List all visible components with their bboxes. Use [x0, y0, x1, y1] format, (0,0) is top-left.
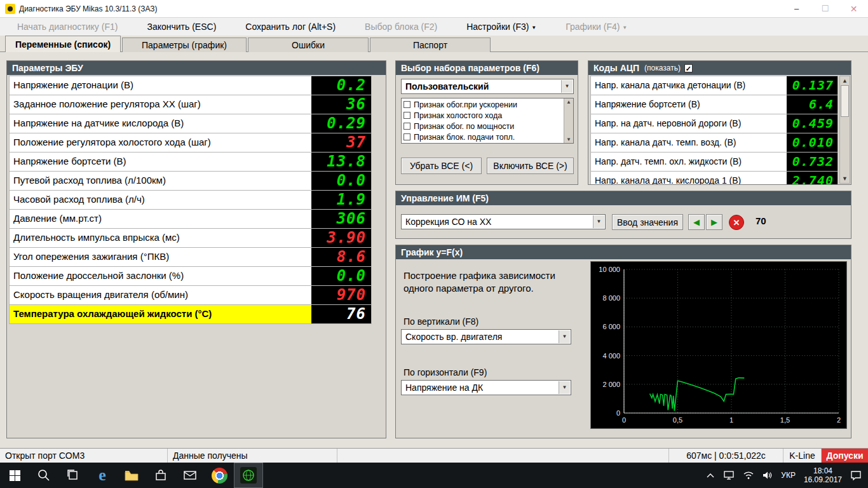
ecu-param-row[interactable]: Путевой расход топлива (л/100км)0.0: [9, 172, 372, 191]
folder-icon: [125, 470, 139, 481]
wifi-icon[interactable]: [743, 471, 754, 480]
chevron-down-icon[interactable]: ▼: [561, 80, 573, 93]
param-option-row[interactable]: Признак холостого хода: [402, 110, 564, 121]
task-view-button[interactable]: [58, 463, 88, 488]
window-title: Диагностика ЭБУ Mikas 10.3/11.3 (ЗАЗ): [19, 4, 158, 13]
xy-chart-svg: 02 0004 0006 0008 00010 00000,511,52: [591, 262, 848, 430]
im-control-panel: Управление ИМ (F5) Коррекция СО на ХХ ▼ …: [395, 191, 851, 239]
horizontal-axis-select[interactable]: Напряжение на ДК ▼: [401, 380, 571, 395]
checkbox-icon[interactable]: [403, 101, 410, 108]
tab-2[interactable]: Параметры (график): [122, 37, 247, 52]
svg-text:2: 2: [837, 416, 841, 424]
adc-row[interactable]: Напр. канала датчика детонации (В)0.137: [590, 76, 838, 95]
chevron-down-icon[interactable]: ▼: [593, 215, 604, 228]
tray-expand-icon[interactable]: [706, 472, 715, 478]
edge-icon: e: [98, 467, 106, 484]
menu-item-3[interactable]: Сохранить лог (Alt+S): [231, 22, 350, 32]
checkbox-icon[interactable]: [403, 133, 410, 140]
ecu-param-row[interactable]: Угол опережения зажигания (°ПКВ)8.6: [9, 248, 372, 267]
adc-row[interactable]: Напряжение бортсети (В)6.4: [590, 95, 838, 114]
ecu-param-value: 0.0: [311, 172, 371, 190]
ecu-param-row[interactable]: Напряжение на датчике кислорода (В)0.29: [9, 114, 372, 133]
close-button[interactable]: ✕: [839, 0, 868, 18]
ecu-param-row[interactable]: Положение регулятора холостого хода (шаг…: [9, 133, 372, 152]
action-center-icon[interactable]: [850, 470, 862, 480]
tab-4[interactable]: Паспорт: [370, 37, 491, 52]
chevron-down-icon[interactable]: ▼: [559, 330, 570, 343]
ecu-param-row[interactable]: Заданное положение регулятора ХХ (шаг)36: [9, 95, 372, 114]
ecu-param-row[interactable]: Часовой расход топлива (л/ч)1.9: [9, 191, 372, 210]
adc-row[interactable]: Напр. датч. темп. охл. жидкости (В)0.732: [590, 152, 838, 172]
increase-button[interactable]: ▶: [706, 214, 722, 230]
start-button[interactable]: [0, 463, 29, 488]
param-set-header: Выбор набора параметров (F6): [396, 61, 578, 75]
checkbox-icon[interactable]: [403, 112, 410, 119]
file-explorer-button[interactable]: [117, 463, 146, 488]
scroll-down-icon[interactable]: ▼: [564, 137, 573, 142]
xy-chart: 02 0004 0006 0008 00010 00000,511,52: [590, 261, 847, 429]
adc-codes-panel: Коды АЦП (показать) ✓ Напр. канала датчи…: [588, 60, 851, 185]
ecu-param-row[interactable]: Давление (мм.рт.ст)306: [9, 210, 372, 229]
adc-show-checkbox[interactable]: ✓: [684, 64, 693, 72]
mail-icon: [184, 470, 196, 480]
adc-row[interactable]: Напр. канала датч. кислорода 1 (В)2.740: [590, 172, 838, 185]
remove-all-button[interactable]: Убрать ВСЕ (<): [401, 158, 482, 174]
adc-value: 0.732: [787, 152, 837, 171]
param-option-row[interactable]: Признак обог.при ускорении: [402, 99, 564, 110]
param-option-row[interactable]: Признак блок. подачи топл.: [402, 132, 564, 142]
im-control-select[interactable]: Коррекция СО на ХХ ▼: [401, 214, 606, 229]
mikas-app-icon: [240, 467, 257, 484]
clock[interactable]: 18:04 16.09.2017: [804, 466, 842, 484]
adc-scrollbar[interactable]: ▲ ▼: [839, 76, 850, 184]
chrome-button[interactable]: [205, 463, 234, 488]
checkbox-icon[interactable]: [403, 123, 410, 130]
menu-item-2[interactable]: Закончить (ESC): [132, 22, 231, 32]
adc-label: Напряжение бортсети (В): [591, 95, 787, 114]
tab-3[interactable]: Ошибки: [248, 37, 369, 52]
chevron-down-icon[interactable]: ▼: [559, 381, 570, 394]
scrollbar-thumb[interactable]: [841, 85, 849, 117]
add-all-button[interactable]: Включить ВСЕ (>): [487, 158, 574, 174]
adc-title: Коды АЦП: [593, 61, 639, 75]
listbox-scrollbar[interactable]: ▲ ▼: [564, 98, 573, 143]
ecu-param-value: 36: [311, 95, 371, 114]
menu-item-5[interactable]: Настройки (F3) ▼: [452, 22, 551, 32]
param-set-options: Признак обог.при ускоренииПризнак холост…: [402, 99, 564, 142]
adc-row[interactable]: Напр. канала датч. темп. возд. (В)0.010: [590, 133, 838, 152]
scroll-up-icon[interactable]: ▲: [840, 78, 850, 84]
stop-button[interactable]: ✕: [729, 215, 744, 230]
system-tray: УКР 18:04 16.09.2017: [706, 463, 868, 488]
param-set-select[interactable]: Пользовательский ▼: [401, 79, 574, 94]
ecu-params-header: Параметры ЭБУ: [7, 61, 386, 75]
mail-button[interactable]: [175, 463, 205, 488]
ecu-param-row[interactable]: Длительность импульса впрыска (мс)3.90: [9, 229, 372, 248]
volume-icon[interactable]: [763, 471, 773, 480]
vertical-axis-select[interactable]: Скорость вр. двигателя ▼: [401, 329, 571, 344]
ecu-param-row[interactable]: Напряжение бортсети (В)13.8: [9, 152, 372, 172]
param-set-listbox[interactable]: Признак обог.при ускоренииПризнак холост…: [401, 98, 574, 144]
tab-1[interactable]: Переменные (список): [5, 36, 121, 52]
scroll-up-icon[interactable]: ▲: [564, 99, 573, 105]
enter-value-button[interactable]: Ввод значения: [612, 214, 683, 230]
windows-logo-icon: [10, 470, 20, 481]
language-indicator[interactable]: УКР: [781, 471, 796, 480]
ecu-param-row[interactable]: Температура охлаждающей жидкости (°С)76: [9, 305, 372, 324]
status-tolerances-badge[interactable]: Допуски: [821, 449, 868, 463]
param-option-row[interactable]: Признак обог. по мощности: [402, 121, 564, 132]
ecu-param-row[interactable]: Положение дроссельной заслонки (%)0.0: [9, 267, 372, 286]
scroll-down-icon[interactable]: ▼: [840, 175, 850, 182]
maximize-button[interactable]: ☐: [811, 0, 839, 18]
ecu-param-value: 306: [311, 210, 371, 228]
ecu-param-row[interactable]: Скорость вращения двигателя (об/мин)970: [9, 286, 372, 305]
adc-row[interactable]: Напр. на датч. неровной дороги (В)0.459: [590, 114, 838, 133]
minimize-button[interactable]: –: [782, 0, 811, 18]
decrease-button[interactable]: ◀: [688, 214, 705, 230]
search-button[interactable]: [29, 463, 58, 488]
mikas-app-button[interactable]: [234, 463, 263, 488]
network-icon[interactable]: [723, 471, 735, 480]
ecu-param-value: 37: [311, 133, 371, 152]
ecu-param-row[interactable]: Напряжение детонации (В)0.2: [9, 76, 372, 95]
edge-button[interactable]: e: [88, 463, 117, 488]
app-icon: [5, 4, 15, 14]
store-button[interactable]: [146, 463, 175, 488]
